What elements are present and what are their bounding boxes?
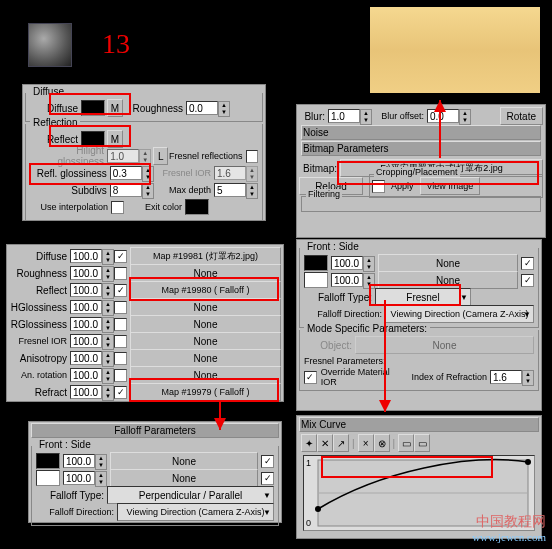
noise-header[interactable]: Noise [301, 125, 541, 140]
map-aniso-label: Anisotropy [9, 353, 70, 364]
falloff1-dir-dd[interactable]: Viewing Direction (Camera Z-Axis)▼ [117, 503, 274, 521]
roughness-label: Roughness [123, 103, 186, 114]
diffuse-swatch[interactable] [81, 100, 105, 116]
curve-tool-2[interactable]: ✕ [317, 434, 333, 452]
map-fior-spinner[interactable]: ▲▼ [70, 334, 114, 348]
map-diffuse-spinner[interactable]: ▲▼ [70, 249, 114, 263]
map-diffuse-cb[interactable]: ✓ [114, 250, 127, 263]
map-refract-spinner[interactable]: ▲▼ [70, 385, 114, 399]
map-hgloss-btn[interactable]: None [130, 298, 281, 316]
map-reflect-cb[interactable]: ✓ [114, 284, 127, 297]
falloff2-map1[interactable]: None [378, 254, 518, 272]
subdivs-spinner[interactable]: ▲▼ [110, 183, 154, 197]
diffuse-map-button[interactable]: M [107, 99, 123, 117]
diffuse-group-label: Diffuse [30, 86, 67, 97]
blur-spinner[interactable]: ▲▼ [328, 109, 372, 123]
map-rgloss-btn[interactable]: None [130, 315, 281, 333]
maxdepth-spinner[interactable]: ▲▼ [214, 183, 258, 197]
falloff2-sp1[interactable]: ▲▼ [331, 256, 375, 270]
mode-params-label: Mode Specific Parameters: [304, 323, 430, 334]
falloff1-sp2[interactable]: ▲▼ [63, 471, 107, 485]
useinterp-label: Use interpolation [30, 202, 111, 212]
map-rgloss-label: RGlossiness [9, 319, 70, 330]
exitcolor-swatch[interactable] [185, 199, 209, 215]
falloff2-map2[interactable]: None [378, 271, 518, 289]
falloff2-cb2[interactable]: ✓ [521, 274, 534, 287]
curve-tool-4[interactable]: × [358, 434, 374, 452]
hilight-label: Hilight glossiness [30, 145, 107, 167]
map-fior-label: Fresnel IOR [9, 336, 70, 346]
fresnel-refl-checkbox[interactable] [246, 150, 258, 163]
curve-tool-6[interactable]: ▭ [398, 434, 414, 452]
map-hgloss-spinner[interactable]: ▲▼ [70, 300, 114, 314]
map-hgloss-label: HGlossiness [9, 302, 70, 313]
map-fior-btn[interactable]: None [130, 332, 281, 350]
map-rgloss-cb[interactable] [114, 318, 127, 331]
falloff1-sp1[interactable]: ▲▼ [63, 454, 107, 468]
texture-preview [370, 7, 540, 93]
bitmap-params-header[interactable]: Bitmap Parameters [301, 141, 541, 156]
falloff1-cb1[interactable]: ✓ [261, 455, 274, 468]
map-refract-cb[interactable]: ✓ [114, 386, 127, 399]
falloff1-sw1[interactable] [36, 453, 60, 469]
curve-toolbar[interactable]: ✦ ✕ ↗ | × ⊗ | ▭ ▭ [297, 433, 541, 453]
map-reflect-btn[interactable]: Map #19980 ( Falloff ) [130, 281, 281, 299]
fresnel-ior-spinner[interactable]: ▲▼ [214, 166, 258, 180]
curve-tool-7[interactable]: ▭ [414, 434, 430, 452]
falloff1-type-dd[interactable]: Perpendicular / Parallel▼ [107, 486, 274, 504]
bluroff-spinner[interactable]: ▲▼ [427, 109, 471, 123]
map-refract-btn[interactable]: Map #19979 ( Falloff ) [130, 383, 281, 401]
map-aniso-spinner[interactable]: ▲▼ [70, 351, 114, 365]
hilight-spinner[interactable]: ▲▼ [107, 149, 151, 163]
falloff1-type-label: Falloff Type: [36, 490, 107, 501]
falloff2-sw1[interactable] [304, 255, 328, 271]
map-aniso-cb[interactable] [114, 352, 127, 365]
map-anrot-btn[interactable]: None [130, 366, 281, 384]
map-rough-btn[interactable]: None [130, 264, 281, 282]
falloff1-map1[interactable]: None [110, 452, 258, 470]
rotate-button[interactable]: Rotate [500, 107, 543, 125]
falloff2-cb1[interactable]: ✓ [521, 257, 534, 270]
falloff1-sw2[interactable] [36, 470, 60, 486]
map-anrot-cb[interactable] [114, 369, 127, 382]
panel-falloff2: Front : Side ▲▼None✓ ▲▼None✓ Falloff Typ… [296, 239, 542, 411]
bluroff-label: Blur offset: [372, 111, 427, 121]
watermark: 中国教程网 www.jcwcn.com [472, 513, 546, 543]
curve-tool-1[interactable]: ✦ [301, 434, 317, 452]
map-rgloss-spinner[interactable]: ▲▼ [70, 317, 114, 331]
falloff1-map2[interactable]: None [110, 469, 258, 487]
falloff2-sw2[interactable] [304, 272, 328, 288]
apply-cb[interactable] [372, 180, 385, 193]
override-cb[interactable]: ✓ [304, 371, 317, 384]
map-rough-cb[interactable] [114, 267, 127, 280]
override-label: Override Material IOR [321, 367, 407, 387]
map-hgloss-cb[interactable] [114, 301, 127, 314]
falloff1-cb2[interactable]: ✓ [261, 472, 274, 485]
reflect-map-button[interactable]: M [107, 130, 123, 148]
map-anrot-label: An. rotation [9, 370, 70, 380]
map-reflect-spinner[interactable]: ▲▼ [70, 283, 114, 297]
map-anrot-spinner[interactable]: ▲▼ [70, 368, 114, 382]
viewimage-button[interactable]: View Image [420, 177, 481, 195]
panel-diffuse-reflection: Diffuse Diffuse M Roughness ▲▼ Reflectio… [22, 84, 266, 221]
map-fior-cb[interactable] [114, 335, 127, 348]
reflection-group-label: Reflection [30, 117, 80, 128]
map-aniso-btn[interactable]: None [130, 349, 281, 367]
useinterp-checkbox[interactable] [111, 201, 124, 214]
falloff2-front-label: Front : Side [304, 241, 362, 252]
object-btn[interactable]: None [355, 336, 534, 354]
curve-tool-3[interactable]: ↗ [333, 434, 349, 452]
ior-spinner[interactable]: ▲▼ [490, 370, 534, 384]
falloff2-sp2[interactable]: ▲▼ [331, 273, 375, 287]
refl-gloss-spinner[interactable]: ▲▼ [110, 166, 154, 180]
falloff2-type-dd[interactable]: Fresnel▼ [375, 288, 471, 306]
curve-tool-5[interactable]: ⊗ [374, 434, 390, 452]
mixcurve-header[interactable]: Mix Curve [299, 417, 539, 432]
falloff2-dir-dd[interactable]: Viewing Direction (Camera Z-Axis)▼ [385, 305, 534, 323]
roughness-spinner[interactable]: ▲▼ [186, 101, 230, 115]
crop-label: Cropping/Placement [374, 167, 460, 177]
ior-label: Index of Refraction [407, 372, 490, 382]
hilight-lock[interactable]: L [153, 147, 168, 165]
map-diffuse-btn[interactable]: Map #19981 (灯罩布2.jpg) [130, 247, 281, 265]
map-rough-spinner[interactable]: ▲▼ [70, 266, 114, 280]
